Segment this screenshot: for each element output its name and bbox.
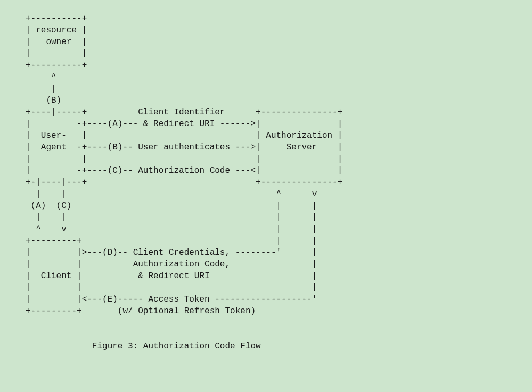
diagram-line: (B)	[0, 96, 61, 105]
diagram-line: | User- | | Authorization |	[0, 131, 342, 140]
diagram-line: | | Authorization Code, |	[0, 260, 317, 269]
diagram-line: +----------+	[0, 14, 87, 23]
diagram-line: | | | |	[0, 154, 342, 164]
diagram-line: | Agent -+----(B)-- User authenticates -…	[0, 143, 342, 152]
diagram-line: +---------+ (w/ Optional Refresh Token)	[0, 306, 256, 316]
diagram-line: | |	[0, 49, 87, 59]
diagram-line: | |>---(D)-- Client Credentials, -------…	[0, 248, 317, 257]
diagram-line: | | | |	[0, 213, 317, 222]
diagram-line: | | |	[0, 283, 317, 293]
diagram-line: | |<---(E)----- Access Token -----------…	[0, 295, 317, 304]
diagram-line: ^ v | |	[0, 224, 317, 234]
diagram-line: +----|-----+ Client Identifier +--------…	[0, 107, 342, 117]
ascii-diagram: +----------+ | resource | | owner | | | …	[0, 0, 532, 352]
diagram-line: +-|----|---+ +---------------+	[0, 178, 342, 187]
diagram-line: +----------+	[0, 61, 87, 70]
diagram-line: ^	[0, 72, 56, 82]
diagram-line: | Client | & Redirect URI |	[0, 271, 317, 281]
diagram-line: | owner |	[0, 37, 87, 47]
diagram-line: +---------+ | |	[0, 236, 317, 246]
figure-caption: Figure 3: Authorization Code Flow	[0, 341, 261, 351]
diagram-line: | -+----(A)--- & Redirect URI ------>| |	[0, 119, 342, 129]
diagram-line: | | ^ v	[0, 189, 317, 199]
diagram-line: | -+----(C)-- Authorization Code ---<| |	[0, 166, 342, 176]
diagram-line: (A) (C) | |	[0, 201, 317, 211]
diagram-line: | resource |	[0, 26, 87, 35]
diagram-line: |	[0, 84, 56, 94]
